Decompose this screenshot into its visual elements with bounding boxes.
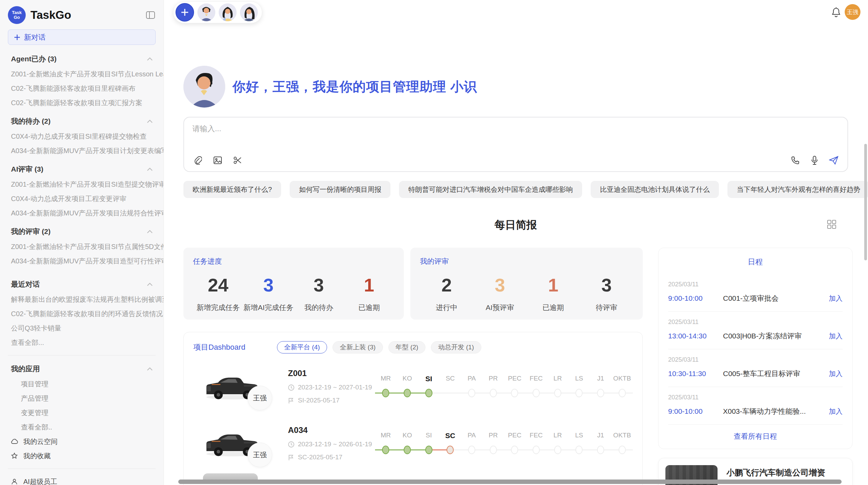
section-header[interactable]: 最近对话 xyxy=(0,276,164,292)
sidebar-task-item[interactable]: Z001-全新燃油皮卡产品开发项目SI节点Lesson Learn报告 xyxy=(0,67,164,81)
sidebar-task-item[interactable]: Z001-全新燃油轻卡产品开发项目SI节点属性5D文件评审 xyxy=(0,239,164,254)
layout-grid-icon[interactable] xyxy=(827,219,837,229)
join-button[interactable]: 加入 xyxy=(829,332,843,341)
recent-chat-item[interactable]: C02-飞腾新能源轻客改款项目的闭环通告反馈情况 xyxy=(0,307,164,321)
milestone-dot xyxy=(597,446,604,454)
project-flag-milestone: SI-2025-05-17 xyxy=(288,397,373,404)
section-header[interactable]: 我的应用 xyxy=(0,361,164,377)
stat-item: 2 进行中 xyxy=(420,275,473,312)
card-title: 任务进度 xyxy=(193,257,394,266)
dashboard-filter-chip[interactable]: 全新上装 (3) xyxy=(333,341,383,353)
recent-chat-item[interactable]: 公司Q3轻卡销量 xyxy=(0,321,164,335)
project-row[interactable]: 王强 Z001 2023-12-19 ~ 2027-01-19 SI-2025-… xyxy=(193,362,633,410)
section-header[interactable]: AI评审 (3) xyxy=(0,161,164,177)
project-dates: 2023-12-19 ~ 2027-01-19 xyxy=(288,384,373,391)
suggestion-chip[interactable]: 如何写一份清晰的项目周报 xyxy=(290,181,390,198)
sidebar-link-label: 我的云空间 xyxy=(23,437,58,446)
chevron-up-icon xyxy=(146,57,153,61)
section-header[interactable]: 我的待办 (2) xyxy=(0,113,164,129)
join-button[interactable]: 加入 xyxy=(829,407,843,416)
schedule-card: 日程 2025/03/11 9:00-10:00 C001-立项审批会 加入 xyxy=(658,248,853,449)
image-icon[interactable] xyxy=(212,155,223,166)
milestone-label: FEC xyxy=(526,375,547,384)
horizontal-scrollbar-thumb[interactable] xyxy=(178,480,842,484)
app-item[interactable]: 查看全部.. xyxy=(0,420,164,434)
dashboard-filter-chip[interactable]: 全新平台 (4) xyxy=(277,341,327,353)
chat-composer[interactable] xyxy=(183,117,848,172)
sidebar-item-favorites[interactable]: 我的收藏 xyxy=(0,449,164,463)
event-name: C003|H0B-方案冻结评审 xyxy=(723,331,829,341)
stat-item: 1 已逾期 xyxy=(527,275,580,312)
app-item[interactable]: 项目管理 xyxy=(0,377,164,391)
section-header[interactable]: 我的评审 (2) xyxy=(0,224,164,239)
milestone-node: SC xyxy=(439,432,461,455)
app-item[interactable]: 产品管理 xyxy=(0,391,164,406)
sidebar-task-item[interactable]: A034-全新新能源MUV产品开发项目造型可行性评审 xyxy=(0,254,164,268)
sidebar-task-item[interactable]: A034-全新新能源MUV产品开发项目法规符合性评审 xyxy=(0,206,164,220)
milestone-label: PEC xyxy=(504,375,526,384)
dashboard-filter-chip[interactable]: 动总开发 (1) xyxy=(431,341,481,353)
stat-label: 已逾期 xyxy=(527,303,580,312)
chat-input[interactable] xyxy=(192,124,839,148)
sidebar-collapse-icon[interactable] xyxy=(145,10,156,20)
join-button[interactable]: 加入 xyxy=(829,294,843,303)
milestone-node: SC xyxy=(439,375,461,398)
user-avatar[interactable]: 王强 xyxy=(845,4,860,20)
project-owner-badge: 王强 xyxy=(248,443,272,467)
recent-chat-item[interactable]: 解释最新出台的欧盟报废车法规再生塑料比例被调至15%... xyxy=(0,292,164,307)
notification-bell-icon[interactable] xyxy=(831,7,841,18)
milestone-label: KO xyxy=(397,432,418,440)
suggestion-chip[interactable]: 特朗普可能对进口汽车增税会对中国车企造成哪些影响 xyxy=(399,181,582,198)
sidebar-task-item[interactable]: C0X4-动力总成开发项目SI里程碑提交物检查 xyxy=(0,129,164,144)
sidebar-task-item[interactable]: A034-全新新能源MUV产品开发项目计划变更表编写 xyxy=(0,144,164,158)
stat-value: 3 xyxy=(243,275,294,295)
section-header[interactable]: Agent已办 (3) xyxy=(0,51,164,67)
view-all-schedule-link[interactable]: 查看所有日程 xyxy=(668,424,843,449)
schedule-event: 2025/03/11 9:00-10:00 X003-车辆动力学性能验... 加… xyxy=(668,387,843,424)
logo-line2: Go xyxy=(14,15,20,20)
phone-icon[interactable] xyxy=(790,155,801,166)
milestone-dot xyxy=(618,446,626,454)
greeting-text: 你好，王强，我是你的项目管理助理 小识 xyxy=(232,78,477,96)
sidebar-item-cloud-space[interactable]: 我的云空间 xyxy=(0,434,164,449)
scissors-icon[interactable] xyxy=(232,155,243,166)
milestone-label: SC xyxy=(439,432,461,440)
sidebar-task-item[interactable]: C02-飞腾新能源轻客改款项目里程碑画布 xyxy=(0,81,164,96)
sidebar-task-item[interactable]: C0X4-动力总成开发项目工程变更评审 xyxy=(0,191,164,206)
microphone-icon[interactable] xyxy=(809,155,820,166)
avatar-female-2[interactable] xyxy=(240,3,258,21)
milestone-node: PR xyxy=(482,375,504,398)
sidebar-task-item[interactable]: C02-飞腾新能源轻客改款项目立项汇报方案 xyxy=(0,96,164,110)
new-chat-button[interactable]: 新对话 xyxy=(8,29,156,45)
project-info: A034 2023-12-19 ~ 2026-01-19 SC-2025-05-… xyxy=(288,425,373,461)
recent-chat-item[interactable]: 查看全部... xyxy=(0,335,164,350)
section-label: 我的待办 (2) xyxy=(11,116,51,126)
dashboard-filter-chip[interactable]: 年型 (2) xyxy=(388,341,426,353)
attachment-icon[interactable] xyxy=(192,155,203,166)
project-name: Z001 xyxy=(288,369,373,378)
sidebar-section-recent: 最近对话 解释最新出台的欧盟报废车法规再生塑料比例被调至15%...C02-飞腾… xyxy=(0,276,164,350)
app-item[interactable]: 变更管理 xyxy=(0,406,164,420)
main-area: 王强 你好，王强，我是你的项目管理助理 小识 xyxy=(164,0,868,485)
suggestion-chip[interactable]: 欧洲新规最近颁布了什么? xyxy=(183,181,281,198)
suggestion-chip[interactable]: 比亚迪全固态电池计划具体说了什么 xyxy=(591,181,719,198)
avatar-female-1[interactable] xyxy=(219,3,237,21)
project-row[interactable]: 王强 A034 2023-12-19 ~ 2026-01-19 SC-2025-… xyxy=(193,419,633,467)
milestone-dot xyxy=(576,446,583,454)
sidebar-task-item[interactable]: Z001-全新燃油轻卡产品开发项目SI造型提交物评审 xyxy=(0,177,164,191)
assistant-greeting-block: 你好，王强，我是你的项目管理助理 小识 xyxy=(183,66,848,108)
milestone-dot xyxy=(490,389,497,397)
join-button[interactable]: 加入 xyxy=(829,369,843,378)
event-date: 2025/03/11 xyxy=(668,394,843,401)
add-session-button[interactable] xyxy=(176,3,194,22)
stat-label: 新增完成任务 xyxy=(193,303,243,312)
new-chat-label: 新对话 xyxy=(24,33,46,42)
send-icon[interactable] xyxy=(828,155,839,166)
milestone-node: MR xyxy=(375,432,397,455)
avatar-male[interactable] xyxy=(197,3,215,21)
sidebar-item-ai-employee[interactable]: AI超级员工 xyxy=(0,474,164,485)
clock-icon xyxy=(288,441,294,448)
stat-item: 3 AI预评审 xyxy=(473,275,527,312)
suggestion-chip[interactable]: 当下年轻人对汽车外观有怎样的喜好趋势 xyxy=(727,181,868,198)
vertical-scrollbar-thumb[interactable] xyxy=(864,144,867,260)
